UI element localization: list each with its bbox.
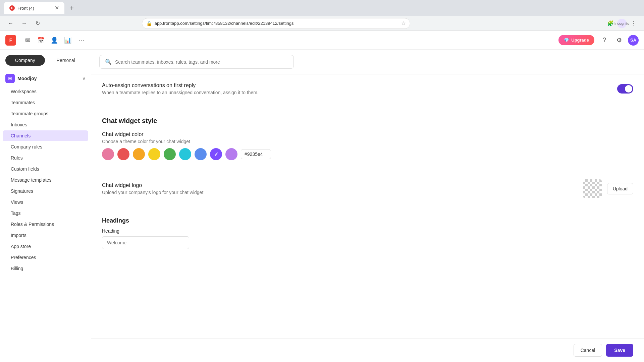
check-icon: ✓ (214, 151, 218, 158)
settings-content: Auto-assign conversations on first reply… (91, 74, 644, 362)
sidebar-item-preferences[interactable]: Preferences (3, 252, 88, 263)
search-input[interactable] (115, 59, 288, 65)
color-swatch-3[interactable] (148, 148, 160, 160)
upgrade-button[interactable]: 💎 Upgrade (558, 35, 594, 45)
org-icon: M (5, 74, 15, 83)
sidebar-item-rules[interactable]: Rules (3, 153, 88, 163)
avatar[interactable]: SA (628, 35, 639, 46)
header-right: ? ⚙ SA (598, 34, 639, 46)
browser-controls: ← → ↻ 🔒 app.frontapp.com/settings/tim:78… (0, 16, 644, 31)
profile-button[interactable]: Incognito (617, 19, 627, 28)
new-tab-button[interactable]: + (67, 3, 76, 13)
save-button[interactable]: Save (606, 344, 633, 357)
sidebar-item-app-store[interactable]: App store (3, 241, 88, 252)
logo-desc: Upload your company's logo for your chat… (102, 190, 203, 195)
sidebar-item-custom-fields[interactable]: Custom fields (3, 164, 88, 174)
more-options-icon[interactable]: ⋮ (628, 18, 639, 29)
sidebar-org[interactable]: M Moodjoy ∨ (0, 71, 91, 86)
back-button[interactable]: ← (5, 18, 16, 29)
org-name: Moodjoy (17, 76, 79, 81)
browser-tab-bar: F Front (4) ✕ + (0, 0, 644, 16)
auto-assign-section: Auto-assign conversations on first reply… (102, 82, 633, 106)
color-swatch-5[interactable] (179, 148, 191, 160)
auto-assign-label: Auto-assign conversations on first reply (102, 82, 259, 88)
sidebar-item-workspaces[interactable]: Workspaces (3, 86, 88, 97)
main-layout: Company Personal M Moodjoy ∨ WorkspacesT… (0, 50, 644, 362)
gem-icon: 💎 (564, 38, 569, 43)
color-swatch-2[interactable] (133, 148, 145, 160)
color-swatch-1[interactable] (117, 148, 129, 160)
sidebar-items-container: WorkspacesTeammatesTeammate groupsInboxe… (0, 86, 91, 274)
browser-actions: 🧩 Incognito ⋮ (605, 18, 639, 29)
sidebar-item-imports[interactable]: Imports (3, 230, 88, 241)
header-nav-icons: ✉ 📅 👤 📊 ⋯ (21, 34, 87, 46)
sidebar-item-message-templates[interactable]: Message templates (3, 175, 88, 185)
tab-company[interactable]: Company (5, 55, 45, 66)
sidebar-item-teammates[interactable]: Teammates (3, 97, 88, 108)
calendar-icon[interactable]: 📅 (35, 34, 47, 46)
color-section: Chat widget color Choose a theme color f… (102, 131, 633, 160)
lock-icon: 🔒 (146, 21, 152, 26)
sidebar-tabs: Company Personal (5, 55, 86, 66)
forward-button[interactable]: → (19, 18, 30, 29)
sidebar-item-inboxes[interactable]: Inboxes (3, 119, 88, 130)
tab-favicon: F (9, 5, 15, 11)
app-header: F ✉ 📅 👤 📊 ⋯ 💎 Upgrade ? ⚙ SA (0, 31, 644, 50)
more-icon[interactable]: ⋯ (75, 34, 87, 46)
tab-personal[interactable]: Personal (46, 55, 86, 66)
refresh-button[interactable]: ↻ (32, 18, 43, 29)
auto-assign-row: Auto-assign conversations on first reply… (102, 82, 633, 95)
auto-assign-desc: When a teammate replies to an unassigned… (102, 90, 259, 95)
color-swatch-6[interactable] (195, 148, 207, 160)
color-label: Chat widget color (102, 131, 633, 137)
address-bar[interactable]: 🔒 app.frontapp.com/settings/tim:7858132/… (142, 18, 410, 29)
heading-input[interactable] (102, 236, 189, 249)
color-swatch-4[interactable] (164, 148, 176, 160)
search-bar-container: 🔍 (91, 50, 644, 74)
auto-assign-toggle[interactable] (617, 84, 633, 94)
logo-row: Chat widget logo Upload your company's l… (102, 179, 633, 198)
chevron-down-icon: ∨ (82, 76, 86, 81)
settings-icon[interactable]: ⚙ (613, 34, 625, 46)
sidebar-item-company-rules[interactable]: Company rules (3, 141, 88, 152)
sidebar-item-channels[interactable]: Channels (3, 130, 88, 141)
url-text: app.frontapp.com/settings/tim:7858132/ch… (155, 21, 398, 26)
sidebar-item-billing[interactable]: Billing (3, 263, 88, 274)
color-picker-row: ✓ (102, 148, 633, 160)
color-swatch-0[interactable] (102, 148, 114, 160)
logo-label: Chat widget logo (102, 182, 203, 188)
cancel-button[interactable]: Cancel (574, 344, 602, 357)
search-bar[interactable]: 🔍 (99, 55, 294, 69)
color-swatch-7[interactable]: ✓ (210, 148, 222, 160)
sidebar-item-roles--permissions[interactable]: Roles & Permissions (3, 219, 88, 230)
analytics-icon[interactable]: 📊 (62, 34, 74, 46)
color-desc: Choose a theme color for your chat widge… (102, 139, 633, 144)
sidebar: Company Personal M Moodjoy ∨ WorkspacesT… (0, 50, 91, 362)
inbox-icon[interactable]: ✉ (21, 34, 34, 46)
sidebar-item-views[interactable]: Views (3, 197, 88, 207)
logo-upload-row: Upload (583, 179, 633, 198)
app-logo: F (5, 35, 16, 46)
chat-widget-style-section: Chat widget style Chat widget color Choo… (102, 117, 633, 260)
contacts-icon[interactable]: 👤 (48, 34, 60, 46)
auto-assign-text: Auto-assign conversations on first reply… (102, 82, 259, 95)
active-tab[interactable]: F Front (4) ✕ (4, 2, 64, 14)
help-icon[interactable]: ? (598, 34, 610, 46)
sidebar-item-teammate-groups[interactable]: Teammate groups (3, 108, 88, 119)
sidebar-item-tags[interactable]: Tags (3, 208, 88, 219)
upload-button[interactable]: Upload (607, 183, 633, 194)
tab-close-btn[interactable]: ✕ (55, 5, 59, 11)
headings-section: Headings Heading (102, 209, 633, 249)
heading-label: Heading (102, 228, 633, 234)
color-hex-input[interactable] (241, 149, 271, 159)
footer-actions: Cancel Save (91, 338, 644, 362)
chat-widget-style-title: Chat widget style (102, 117, 633, 125)
tab-title: Front (4) (17, 6, 34, 11)
sidebar-item-signatures[interactable]: Signatures (3, 186, 88, 196)
toggle-knob (625, 85, 632, 93)
logo-preview (583, 179, 602, 198)
color-swatch-8[interactable] (225, 148, 237, 160)
search-icon: 🔍 (105, 59, 112, 65)
headings-title: Headings (102, 217, 633, 224)
logo-text: Chat widget logo Upload your company's l… (102, 182, 203, 195)
